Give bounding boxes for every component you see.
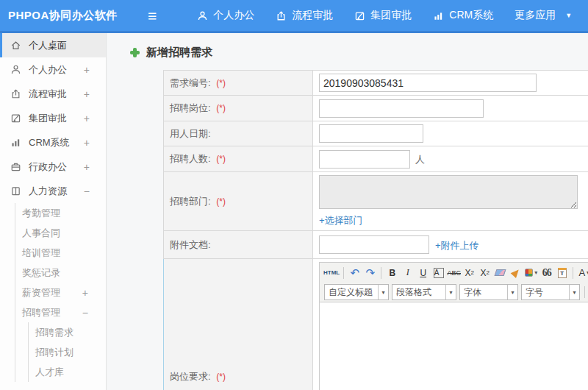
sidebar-item-salary-mgmt[interactable]: 薪资管理 +	[15, 283, 106, 302]
expand-toggle[interactable]: +	[84, 161, 106, 173]
sidebar-item-human-resources[interactable]: 人力资源 −	[0, 179, 106, 203]
paragraph-format-select[interactable]: 段落格式 ▾	[392, 284, 456, 300]
nav-label: 更多应用	[514, 9, 556, 22]
expand-toggle[interactable]: +	[82, 287, 106, 299]
bold-button[interactable]: B	[385, 266, 399, 280]
font-color-button[interactable]: A▾	[577, 266, 588, 280]
page-title: 新增招聘需求	[130, 46, 588, 60]
top-nav: 个人办公 流程审批 集团审批 CRM系统 更多应用	[176, 9, 572, 22]
attachment-input[interactable]	[319, 235, 429, 254]
toolbar-separator	[584, 286, 585, 298]
palette-icon	[525, 269, 533, 277]
caret-down-icon: ▾	[534, 269, 537, 276]
remove-format-button[interactable]	[493, 266, 507, 280]
nav-crm-system[interactable]: CRM系统	[433, 9, 493, 22]
format-brush-button[interactable]	[509, 266, 523, 280]
editor-toolbar-row2: 自定义标题 ▾ 段落格式 ▾ 字体 ▾ 字号 ▾	[320, 283, 588, 302]
expand-toggle[interactable]: +	[84, 88, 106, 100]
underline-button[interactable]: U	[416, 266, 430, 280]
user-icon	[197, 10, 208, 21]
expand-toggle[interactable]: +	[84, 137, 106, 149]
collapse-toggle[interactable]: −	[82, 307, 106, 319]
required-marker: (*)	[216, 196, 226, 207]
sidebar-item-recruit-plan[interactable]: 招聘计划	[29, 342, 106, 362]
custom-heading-select[interactable]: 自定义标题 ▾	[324, 284, 389, 300]
field-label: 用人日期:	[170, 128, 211, 139]
toolbar-separator	[343, 267, 344, 279]
chart-icon	[433, 10, 444, 21]
nav-workflow-approval[interactable]: 流程审批	[276, 9, 333, 22]
sidebar-item-personal-office[interactable]: 个人办公 +	[0, 57, 106, 82]
briefcase-icon	[10, 161, 22, 172]
expand-toggle[interactable]: +	[84, 64, 106, 76]
nav-personal-office[interactable]: 个人办公	[197, 9, 254, 22]
caret-down-icon: ▾	[378, 285, 388, 299]
top-bar: PHPOA协同办公软件 ≡ 个人办公 流程审批 集团审批	[0, 0, 588, 33]
field-label: 招聘岗位:	[170, 102, 211, 113]
sidebar-item-personnel-contract[interactable]: 人事合同	[15, 223, 106, 243]
sidebar-item-label: 个人办公	[29, 63, 67, 77]
sidebar-item-label: 行政办公	[29, 160, 67, 174]
sidebar-item-label: 招聘计划	[35, 346, 74, 359]
sidebar-item-recruit-demand[interactable]: 招聘需求	[29, 322, 106, 342]
edit-icon	[10, 113, 22, 124]
font-family-select[interactable]: 字体 ▾	[459, 284, 518, 300]
plus-icon	[130, 48, 140, 57]
hire-date-input[interactable]	[319, 124, 423, 143]
recruit-count-input[interactable]	[319, 150, 410, 169]
toolbar-separator	[573, 267, 573, 279]
demand-number-input[interactable]	[319, 74, 537, 92]
sidebar-item-group-approval[interactable]: 集团审批 +	[0, 106, 106, 130]
form-row-recruit-dept: 招聘部门: (*) +选择部门	[164, 172, 588, 231]
caret-down-icon: ▼	[565, 12, 572, 19]
required-marker: (*)	[216, 103, 226, 113]
select-department-link[interactable]: +选择部门	[319, 215, 363, 226]
required-marker: (*)	[216, 372, 226, 382]
flow-icon	[10, 88, 22, 99]
undo-icon[interactable]: ↶	[348, 266, 362, 280]
sidebar-item-admin-office[interactable]: 行政办公 +	[0, 155, 106, 179]
subscript-button[interactable]: X2	[478, 266, 492, 280]
caret-down-icon: ▾	[507, 285, 517, 299]
strikethrough-button[interactable]: ABC	[447, 266, 461, 280]
italic-button[interactable]: I	[401, 266, 415, 280]
sidebar-item-talent-pool[interactable]: 人才库	[29, 362, 106, 382]
recruit-demand-form: 需求编号: (*) 招聘岗位: (*) 用人日期:	[163, 70, 588, 390]
paste-button[interactable]	[555, 266, 569, 280]
sidebar-item-label: CRM系统	[29, 136, 70, 149]
recruit-dept-textarea[interactable]	[319, 175, 578, 209]
superscript-button[interactable]: X2	[462, 266, 476, 280]
sidebar-item-crm-system[interactable]: CRM系统 +	[0, 130, 106, 155]
nav-group-approval[interactable]: 集团审批	[354, 9, 412, 22]
sidebar-item-label: 人事合同	[22, 227, 60, 240]
nav-label: 流程审批	[292, 9, 333, 22]
form-row-attachment: 附件文档: +附件上传	[164, 231, 588, 259]
recruit-position-input[interactable]	[319, 99, 484, 118]
sidebar-item-training-mgmt[interactable]: 培训管理	[15, 243, 106, 263]
field-label: 附件文档:	[170, 239, 211, 250]
sidebar-item-label: 集团审批	[29, 112, 67, 125]
sidebar-item-recruit-mgmt[interactable]: 招聘管理 −	[15, 302, 106, 322]
redo-icon[interactable]: ↷	[363, 266, 377, 280]
collapse-toggle[interactable]: −	[84, 185, 106, 197]
sidebar: 个人桌面 个人办公 + 流程审批 + 集团审批 +	[0, 33, 107, 390]
expand-toggle[interactable]: +	[84, 113, 106, 124]
sidebar-item-personal-desktop[interactable]: 个人桌面	[0, 33, 106, 57]
nav-more-apps[interactable]: 更多应用 ▼	[514, 9, 572, 22]
hamburger-icon[interactable]: ≡	[148, 8, 157, 24]
font-size-select[interactable]: 字号 ▾	[521, 284, 580, 300]
sidebar-item-label: 人才库	[35, 366, 64, 379]
attachment-upload-link[interactable]: +附件上传	[435, 240, 479, 251]
sidebar-item-label: 考勤管理	[22, 207, 60, 220]
sidebar-item-attendance-mgmt[interactable]: 考勤管理	[15, 203, 106, 223]
editor-content-area[interactable]	[320, 302, 588, 390]
color-picker-button[interactable]: ▾	[524, 266, 538, 280]
blockquote-button[interactable]: 66	[539, 266, 553, 280]
source-code-button[interactable]: HTML	[323, 266, 340, 280]
sidebar-item-reward-punishment[interactable]: 奖惩记录	[15, 263, 106, 283]
sidebar-item-workflow-approval[interactable]: 流程审批 +	[0, 82, 106, 106]
edit-icon	[354, 10, 365, 21]
field-label: 岗位要求:	[170, 371, 211, 382]
border-text-button[interactable]: A	[434, 268, 444, 278]
nav-label: 个人办公	[213, 9, 254, 22]
